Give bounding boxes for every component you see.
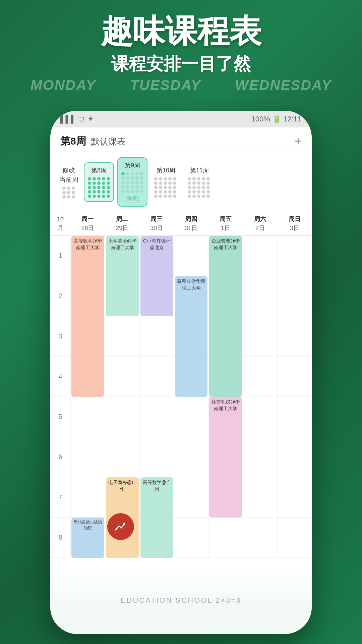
day-columns: 高等数学@华南理工大学 思想道德与法治知识 xyxy=(70,236,312,558)
education-text: EDUCATION SCHOOL 2×3=6 xyxy=(121,596,242,605)
phone-mockup: ▌▌▌ ⊇ ✦ 100% 🔋 12:11 第8周 默认课表 + 修改当前周 xyxy=(50,111,312,634)
week-9-label: 第9周 xyxy=(121,161,143,169)
period-column: 1 2 3 4 5 6 7 8 xyxy=(50,236,70,558)
week-10-label: 第10周 xyxy=(154,166,178,174)
cell-fri-8 xyxy=(208,518,243,558)
week-9-selector[interactable]: 第9周 (本周) xyxy=(117,157,147,207)
period-1: 1 xyxy=(50,236,70,276)
battery-text: 100% 🔋 12:11 xyxy=(251,115,302,123)
cell-mon-7 xyxy=(71,477,105,518)
day-col-thursday: 微积分@华南理工大学 xyxy=(174,236,208,558)
day-header-5: 周六 2日 xyxy=(243,212,277,235)
header-left: 第8周 默认课表 xyxy=(60,135,126,148)
cell-tue-3 xyxy=(105,316,139,357)
day-label-tuesday: TUESDAY xyxy=(130,77,201,93)
modify-week-label[interactable]: 修改当前周 xyxy=(59,165,78,184)
day-col-wednesday: C++程序设计@北京 高等数学@广州 xyxy=(139,236,174,558)
course-friday-management[interactable]: 企业管理@华南理工大学 xyxy=(209,236,242,397)
cell-sat-2 xyxy=(243,276,277,316)
cell-sun-2 xyxy=(278,276,312,316)
week-11-label: 第11周 xyxy=(188,166,211,174)
cell-mon-5 xyxy=(71,397,105,437)
weekday-4: 周五 xyxy=(209,215,241,224)
timetable-area: 10月 周一 28日 周二 29日 周三 30日 周四 31日 xyxy=(50,212,312,634)
status-left: ▌▌▌ ⊇ ✦ xyxy=(60,115,94,123)
header-week-label: 第8周 xyxy=(60,136,86,147)
week-11-selector[interactable]: 第11周 xyxy=(184,163,215,201)
date-4: 1日 xyxy=(209,224,241,233)
day-header-0: 周一 28日 xyxy=(70,212,105,235)
weekday-5: 周六 xyxy=(244,215,276,224)
course-wednesday-cpp[interactable]: C++程序设计@北京 xyxy=(140,236,173,316)
add-button[interactable]: + xyxy=(295,134,302,148)
bottom-illustration: EDUCATION SCHOOL 2×3=6 xyxy=(50,567,312,634)
day-col-friday: 企业管理@华南理工大学 社交礼仪@华南理工大学 xyxy=(208,236,243,558)
course-monday-ethics[interactable]: 思想道德与法治知识 xyxy=(71,518,104,558)
course-friday-etiquette[interactable]: 社交礼仪@华南理工大学 xyxy=(209,397,242,518)
cell-sat-1 xyxy=(243,236,277,276)
day-header-4: 周五 1日 xyxy=(208,212,243,235)
day-label-wednesday: WEDNESDAY xyxy=(235,77,331,93)
cell-sun-7 xyxy=(278,477,312,518)
day-header-6: 周日 3日 xyxy=(277,212,312,235)
cell-sat-8 xyxy=(243,518,277,558)
app-header: 第8周 默认课表 + xyxy=(50,127,312,152)
day-header-2: 周三 30日 xyxy=(139,212,174,235)
date-2: 30日 xyxy=(141,224,173,233)
weekday-2: 周三 xyxy=(141,215,173,224)
title-area: 趣味课程表 课程安排一目了然 xyxy=(0,13,362,76)
wifi-icon: ⊇ xyxy=(79,115,85,123)
cell-sat-7 xyxy=(243,477,277,518)
sub-title: 课程安排一目了然 xyxy=(0,52,362,76)
cell-sun-1 xyxy=(278,236,312,276)
date-5: 2日 xyxy=(244,224,276,233)
day-col-sunday xyxy=(277,236,312,558)
signal-icon: ▌▌▌ xyxy=(60,115,76,123)
course-wednesday-math[interactable]: 高等数学@广州 xyxy=(140,477,173,558)
week-10-selector[interactable]: 第10周 xyxy=(151,163,181,201)
main-title: 趣味课程表 xyxy=(0,13,362,49)
status-right: 100% 🔋 12:11 xyxy=(251,115,302,123)
period-5: 5 xyxy=(50,397,70,437)
weekday-6: 周日 xyxy=(279,215,310,224)
table-body: 1 2 3 4 5 6 7 8 xyxy=(50,236,312,558)
course-tuesday-english[interactable]: 大学英语@华南理工大学 xyxy=(106,236,139,316)
course-thursday-calculus[interactable]: 微积分@华南理工大学 xyxy=(175,276,208,397)
period-8: 8 xyxy=(50,518,70,558)
status-bar: ▌▌▌ ⊇ ✦ 100% 🔋 12:11 xyxy=(50,111,312,127)
chart-icon-button[interactable] xyxy=(107,513,134,540)
cell-sat-3 xyxy=(243,316,277,357)
day-header-1: 周二 29日 xyxy=(105,212,139,235)
cell-sat-4 xyxy=(243,357,277,397)
weekday-0: 周一 xyxy=(72,215,104,224)
course-monday-math[interactable]: 高等数学@华南理工大学 xyxy=(71,236,104,397)
period-6: 6 xyxy=(50,437,70,477)
cell-thu-7 xyxy=(174,477,208,518)
cell-sun-5 xyxy=(278,397,312,437)
weekday-1: 周二 xyxy=(106,215,138,224)
chart-icon xyxy=(114,520,127,533)
date-3: 31日 xyxy=(175,224,207,233)
cell-thu-1 xyxy=(174,236,208,276)
cell-wed-4 xyxy=(140,357,174,397)
current-week-tag: (本周) xyxy=(121,196,143,203)
cell-thu-6 xyxy=(174,437,208,477)
period-3: 3 xyxy=(50,316,70,357)
weekday-3: 周四 xyxy=(175,215,207,224)
week-selector: 修改当前周 第8周 xyxy=(50,152,312,212)
day-label-monday: MONDAY xyxy=(31,77,96,93)
week-8-selector[interactable]: 第8周 xyxy=(84,162,114,202)
day-col-monday: 高等数学@华南理工大学 思想道德与法治知识 xyxy=(70,236,105,558)
day-header-3: 周四 31日 xyxy=(174,212,208,235)
bluetooth-icon: ✦ xyxy=(87,115,94,123)
month-header: 10月 xyxy=(50,212,70,235)
cell-sat-5 xyxy=(243,397,277,437)
cell-wed-3 xyxy=(140,316,174,357)
day-col-tuesday: 大学英语@华南理工大学 电子商务@广州 xyxy=(105,236,139,558)
cell-sun-3 xyxy=(278,316,312,357)
cell-thu-5 xyxy=(174,397,208,437)
cell-sun-8 xyxy=(278,518,312,558)
cell-wed-6 xyxy=(140,437,174,477)
cell-thu-8 xyxy=(174,518,208,558)
cell-sun-4 xyxy=(278,357,312,397)
